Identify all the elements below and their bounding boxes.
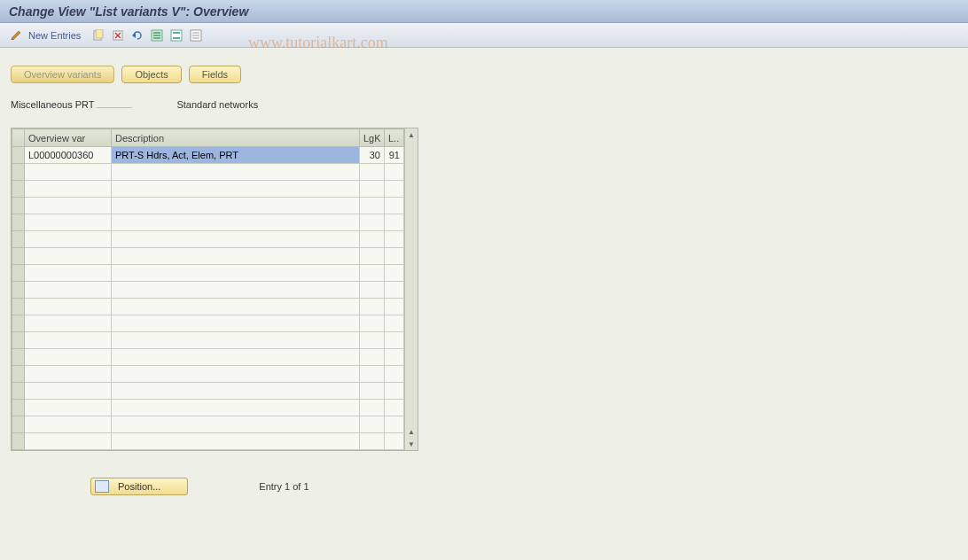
fields-button[interactable]: Fields [189, 66, 241, 83]
table-row[interactable]: L00000000360PRT-S Hdrs, Act, Elem, PRT30… [12, 147, 404, 164]
row-selector[interactable] [12, 366, 25, 383]
scroll-down-icon[interactable]: ▼ [405, 438, 418, 450]
deselect-all-icon[interactable] [189, 28, 203, 43]
table-row-empty[interactable] [12, 282, 404, 299]
overview-grid[interactable]: Overview var Description LgK L.. L000000… [12, 128, 404, 450]
position-icon [95, 480, 109, 493]
new-entries-button[interactable]: New Entries [28, 30, 81, 41]
row-selector[interactable] [12, 433, 25, 450]
entry-count-label: Entry 1 of 1 [259, 481, 308, 492]
display-change-icon[interactable] [9, 28, 23, 43]
table-row-empty[interactable] [12, 299, 404, 315]
row-selector[interactable] [12, 315, 25, 332]
grid-header-row: Overview var Description LgK L.. [12, 129, 404, 147]
row-selector[interactable] [12, 332, 25, 349]
svg-rect-8 [153, 37, 160, 39]
misc-prt-label: Miscellaneous PRT [11, 99, 94, 110]
table-row-empty[interactable] [12, 214, 404, 231]
row-selector[interactable] [12, 383, 25, 400]
svg-rect-1 [96, 29, 103, 38]
cell-l[interactable]: 91 [385, 147, 404, 164]
grid-scrollbar[interactable]: ▲ ▲ ▼ [404, 128, 418, 450]
grid-header-description[interactable]: Description [112, 129, 360, 147]
svg-rect-11 [173, 37, 180, 39]
content-area: Overview variants Objects Fields Miscell… [0, 48, 968, 506]
grid-header-l[interactable]: L.. [385, 129, 404, 147]
svg-rect-13 [192, 32, 199, 34]
row-selector[interactable] [12, 214, 25, 231]
undo-icon[interactable] [130, 28, 144, 43]
table-row-empty[interactable] [12, 198, 404, 214]
row-selector[interactable] [12, 299, 25, 315]
misc-prt-field[interactable] [97, 107, 132, 108]
row-selector[interactable] [12, 282, 25, 299]
row-selector[interactable] [12, 198, 25, 214]
view-buttons-row: Overview variants Objects Fields [11, 66, 957, 83]
delete-icon[interactable] [111, 28, 125, 43]
subheader-row: Miscellaneous PRT Standard networks [11, 99, 957, 110]
table-row-empty[interactable] [12, 181, 404, 198]
std-networks-label: Standard networks [176, 99, 258, 110]
svg-rect-9 [171, 30, 182, 41]
row-selector[interactable] [12, 248, 25, 265]
table-row-empty[interactable] [12, 164, 404, 181]
row-selector[interactable] [12, 181, 25, 198]
grid-container: Overview var Description LgK L.. L000000… [11, 128, 418, 451]
position-label: Position... [118, 481, 160, 492]
footer-row: Position... Entry 1 of 1 [11, 478, 957, 495]
svg-rect-14 [192, 35, 199, 36]
row-selector[interactable] [12, 231, 25, 248]
svg-rect-15 [192, 37, 199, 39]
svg-rect-7 [153, 35, 160, 36]
select-block-icon[interactable] [169, 28, 183, 43]
application-toolbar: New Entries [0, 23, 968, 48]
table-row-empty[interactable] [12, 416, 404, 433]
scroll-up-icon[interactable]: ▲ [405, 128, 418, 141]
table-row-empty[interactable] [12, 332, 404, 349]
cell-lgk[interactable]: 30 [360, 147, 385, 164]
cell-description[interactable]: PRT-S Hdrs, Act, Elem, PRT [112, 147, 360, 164]
table-row-empty[interactable] [12, 231, 404, 248]
svg-rect-6 [153, 32, 160, 34]
row-selector[interactable] [12, 147, 25, 164]
table-row-empty[interactable] [12, 349, 404, 366]
grid-header-selector[interactable] [12, 129, 25, 147]
table-row-empty[interactable] [12, 315, 404, 332]
copy-as-icon[interactable] [91, 28, 105, 43]
title-bar: Change View "List variants V": Overview [0, 0, 968, 23]
grid-header-lgk[interactable]: LgK [360, 129, 385, 147]
row-selector[interactable] [12, 349, 25, 366]
table-row-empty[interactable] [12, 400, 404, 416]
table-row-empty[interactable] [12, 265, 404, 282]
grid-header-overview-var[interactable]: Overview var [25, 129, 112, 147]
svg-rect-10 [173, 32, 180, 34]
scroll-up2-icon[interactable]: ▲ [405, 425, 418, 438]
table-row-empty[interactable] [12, 248, 404, 265]
table-row-empty[interactable] [12, 433, 404, 450]
row-selector[interactable] [12, 265, 25, 282]
position-button[interactable]: Position... [90, 478, 188, 495]
table-row-empty[interactable] [12, 383, 404, 400]
objects-button[interactable]: Objects [121, 66, 181, 83]
row-selector[interactable] [12, 164, 25, 181]
table-row-empty[interactable] [12, 366, 404, 383]
page-title: Change View "List variants V": Overview [9, 4, 248, 19]
overview-variants-button[interactable]: Overview variants [11, 66, 114, 83]
row-selector[interactable] [12, 416, 25, 433]
row-selector[interactable] [12, 400, 25, 416]
select-all-icon[interactable] [150, 28, 164, 43]
cell-overview-var[interactable]: L00000000360 [25, 147, 112, 164]
